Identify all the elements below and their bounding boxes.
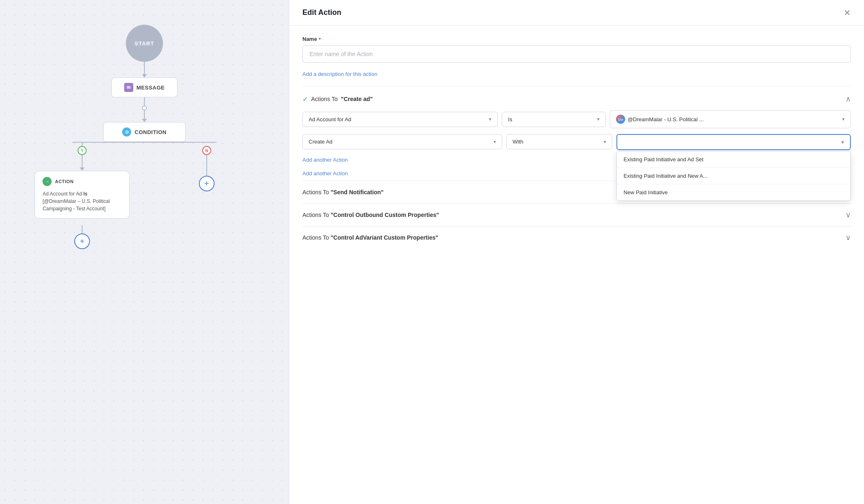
add-node-button-left[interactable]: +: [74, 233, 90, 249]
add-node-button-right[interactable]: +: [199, 176, 215, 191]
line: [206, 155, 207, 176]
required-indicator: •: [319, 35, 321, 42]
add-another-action-1[interactable]: Add another Action: [302, 157, 348, 163]
account-name-label: @DreamMalar - U.S. Political ...: [628, 116, 703, 122]
branch-n-connector: N: [202, 146, 211, 176]
branch-y-connector: Y: [78, 142, 87, 171]
chevron-up-icon: ▾: [841, 139, 844, 145]
add-another-action-2[interactable]: Add another Action: [302, 170, 348, 177]
with-value-input[interactable]: ▾: [616, 134, 851, 150]
create-ad-title: ✓ Actions To "Create ad": [302, 95, 373, 103]
with-label: With: [512, 139, 523, 145]
dropdown-option-1[interactable]: Existing Paid Initiative and Ad Set: [617, 151, 850, 168]
add-after-action: +: [74, 225, 90, 249]
name-field-group: Name •: [302, 35, 851, 63]
arrow: [142, 119, 147, 122]
name-label: Name •: [302, 35, 851, 42]
start-circle: START: [126, 25, 163, 62]
send-notification-title: Actions To "Send Notification": [302, 189, 384, 195]
chevron-down-icon: ▾: [604, 139, 606, 145]
arrow: [80, 167, 85, 171]
message-node[interactable]: ✉ MESSAGE: [111, 78, 177, 97]
advariant-title: Actions To "Control AdVariant Custom Pro…: [302, 234, 438, 241]
branch-right: N +: [149, 142, 264, 191]
condition-icon: ⊙: [122, 127, 131, 137]
ad-account-dropdown[interactable]: Ad Account for Ad ▾: [302, 112, 498, 127]
chevron-down-icon: ▾: [489, 116, 491, 122]
action-node[interactable]: → ACTION Ad Account for Ad Is [@DreamMal…: [35, 171, 130, 219]
branch-h-line: [72, 142, 217, 143]
condition-node[interactable]: ⊙ CONDITION: [103, 122, 186, 142]
chevron-down-icon: ▾: [493, 139, 496, 145]
outbound-expand-btn[interactable]: ∨: [845, 210, 851, 219]
name-input[interactable]: [302, 45, 851, 63]
add-desc-row: Add a description for this action: [302, 67, 851, 78]
advariant-section[interactable]: Actions To "Control AdVariant Custom Pro…: [302, 226, 851, 249]
create-ad-section: ✓ Actions To "Create ad" ∧ Ad Account fo…: [302, 94, 851, 181]
advariant-expand-btn[interactable]: ∨: [845, 233, 851, 242]
message-box[interactable]: ✉ MESSAGE: [111, 78, 177, 97]
branch-left: Y → ACTION Ad Account for Ad Is [: [25, 142, 139, 249]
line: [82, 225, 83, 233]
edit-body: Name • Add a description for this action…: [289, 26, 864, 504]
add-description-link[interactable]: Add a description for this action: [302, 71, 377, 77]
condition-box[interactable]: ⊙ CONDITION: [103, 122, 186, 142]
divider-1: [302, 86, 851, 86]
action-detail-2: [@DreamMalar – U.S. Political Campaignin…: [42, 198, 110, 212]
svg-text:DM: DM: [618, 118, 623, 122]
account-value-dropdown[interactable]: DM @DreamMalar - U.S. Political ... ▾: [610, 110, 851, 128]
line: [144, 111, 145, 119]
action-header: → ACTION: [42, 177, 122, 186]
create-ad-dropdown[interactable]: Create Ad ▾: [302, 134, 502, 149]
is-label: Is: [508, 116, 512, 122]
edit-panel: Edit Action ✕ Name • Add a description f…: [289, 0, 864, 504]
is-dropdown[interactable]: Is ▾: [502, 112, 606, 127]
account-value-inner: DM @DreamMalar - U.S. Political ...: [616, 115, 703, 124]
line: [144, 97, 145, 106]
dropdown-option-2[interactable]: Existing Paid Initiative and New A...: [617, 168, 850, 184]
dropdown-option-3[interactable]: New Paid Initiative: [617, 184, 850, 200]
ad-account-row: Ad Account for Ad ▾ Is ▾: [302, 110, 851, 128]
line: [144, 62, 145, 74]
message-icon: ✉: [124, 83, 133, 92]
arrow: [142, 74, 147, 78]
with-dropdown[interactable]: With ▾: [506, 134, 612, 149]
start-node: START: [126, 25, 163, 62]
branch-n-label: N: [202, 146, 211, 155]
checkmark-icon: ✓: [302, 95, 308, 103]
edit-panel-title: Edit Action: [302, 8, 341, 17]
create-ad-title-bold: "Create ad": [341, 96, 373, 102]
edit-header: Edit Action ✕: [289, 0, 864, 26]
branch-container: Y → ACTION Ad Account for Ad Is [: [25, 142, 264, 249]
flow-panel: START ✉ MESSAGE ⊙ CONDITION: [0, 0, 289, 504]
outbound-section[interactable]: Actions To "Control Outbound Custom Prop…: [302, 203, 851, 226]
branch-y-label: Y: [78, 146, 87, 155]
connector-message-condition: [142, 97, 147, 122]
line: [82, 155, 83, 167]
create-ad-row: Create Ad ▾ With ▾ ▾ Existing Paid Initi…: [302, 134, 851, 150]
ad-account-label: Ad Account for Ad: [309, 116, 351, 122]
action-detail-1: Ad Account for Ad Is: [42, 191, 87, 197]
mid-circle: [142, 106, 147, 111]
with-value-dropdown-container: ▾ Existing Paid Initiative and Ad Set Ex…: [616, 134, 851, 150]
create-ad-collapse-btn[interactable]: ∧: [845, 94, 851, 104]
action-icon: →: [42, 177, 52, 186]
message-label: MESSAGE: [137, 85, 165, 91]
create-ad-header: ✓ Actions To "Create ad" ∧: [302, 94, 851, 104]
actions-to-prefix: Actions To: [311, 96, 338, 102]
chevron-down-icon: ▾: [597, 116, 600, 122]
start-label: START: [135, 40, 154, 47]
avatar-icon: DM: [616, 115, 625, 124]
condition-label: CONDITION: [135, 129, 166, 135]
chevron-down-icon: ▾: [842, 116, 845, 122]
create-ad-label: Create Ad: [309, 139, 333, 145]
connector-start-message: [142, 62, 147, 78]
action-content: Ad Account for Ad Is [@DreamMalar – U.S.…: [42, 190, 122, 212]
with-value-menu: Existing Paid Initiative and Ad Set Exis…: [616, 151, 851, 201]
action-title: ACTION: [55, 179, 73, 184]
close-button[interactable]: ✕: [844, 9, 851, 17]
outbound-title: Actions To "Control Outbound Custom Prop…: [302, 212, 439, 218]
